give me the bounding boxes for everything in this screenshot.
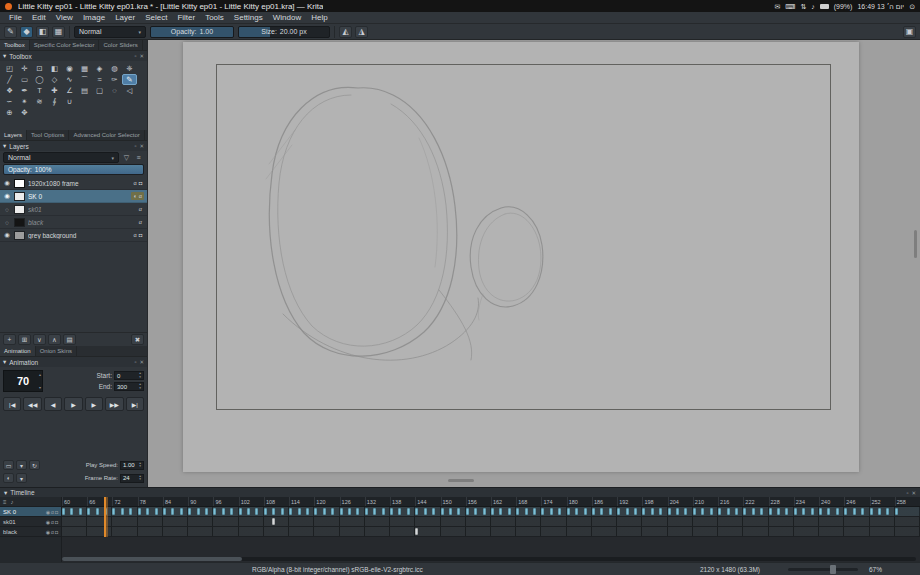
zoom-slider-handle[interactable] (830, 565, 836, 574)
ruler-label-204[interactable]: 204 (668, 497, 693, 506)
onion-dropdown-icon[interactable]: ▾ (16, 473, 27, 483)
keyframe-sk-0-226[interactable] (760, 508, 763, 515)
menu-filter[interactable]: Filter (172, 13, 200, 22)
assistants-tool[interactable]: ✚ (47, 85, 62, 96)
layer-list-options-icon[interactable]: ≡ (133, 152, 144, 163)
layer-blending-mode-dropdown[interactable]: Normal ▾ (3, 152, 119, 163)
collapse-icon[interactable]: ▾ (3, 142, 6, 150)
collapse-icon[interactable]: ▾ (3, 52, 6, 60)
layer-row-sk01[interactable]: ○sk01α (0, 203, 147, 216)
next-frame-button[interactable]: ▶ (85, 397, 103, 411)
menu-select[interactable]: Select (140, 13, 172, 22)
keyframe-sk-0-194[interactable] (626, 508, 629, 515)
spin-up-icon[interactable]: ▴ (39, 372, 41, 377)
layer-row-grey-background[interactable]: ◉grey backgroundα◘ (0, 229, 147, 242)
layer-visibility-icon[interactable]: ◉ (3, 192, 11, 200)
duplicate-layer-button[interactable]: ⊞ (18, 334, 31, 345)
menu-settings[interactable]: Settings (229, 13, 268, 22)
keyframe-sk-0-222[interactable] (743, 508, 746, 515)
frame-rate-spinbox[interactable]: 24 ▴▾ (120, 474, 144, 483)
keyframe-sk-0-200[interactable] (651, 508, 654, 515)
play-button[interactable]: ▶ (64, 397, 82, 411)
timeline-scrollbar-handle[interactable] (62, 557, 242, 561)
keyboard-indicator-icon[interactable]: ⌨ (785, 3, 795, 10)
menu-tools[interactable]: Tools (200, 13, 229, 22)
mirror-vertical-icon[interactable]: ◮ (355, 26, 368, 38)
keyframe-sk-0-182[interactable] (575, 508, 578, 515)
ruler-label-258[interactable]: 258 (895, 497, 920, 506)
close-docker-icon[interactable]: ✕ (139, 143, 144, 149)
timeline-track-sk-0[interactable] (62, 507, 920, 517)
layer-visibility-icon[interactable]: ○ (3, 219, 11, 226)
keyframe-sk-0-250[interactable] (861, 508, 864, 515)
keyframe-sk-0-156[interactable] (466, 508, 469, 515)
multibrush-tool[interactable]: ❖ (2, 85, 17, 96)
keyframe-sk-0-190[interactable] (609, 508, 612, 515)
keyframe-sk-0-248[interactable] (853, 508, 856, 515)
gradient-tool[interactable]: ◧ (47, 63, 62, 74)
layer-badge-icon[interactable]: α (139, 206, 142, 212)
timeline-alpha-icon[interactable]: α (51, 519, 54, 525)
keyframe-sk-0-92[interactable] (197, 508, 200, 515)
timeline-playhead[interactable] (104, 497, 106, 537)
keyframe-sk-0-146[interactable] (424, 508, 427, 515)
freehand-path-tool[interactable]: ≈ (92, 74, 107, 85)
menu-layer[interactable]: Layer (110, 13, 140, 22)
layer-visibility-icon[interactable]: ○ (3, 206, 11, 213)
ruler-label-252[interactable]: 252 (870, 497, 895, 506)
ruler-label-240[interactable]: 240 (819, 497, 844, 506)
move-layer-down-button[interactable]: ∨ (33, 334, 46, 345)
keyframe-sk-0-150[interactable] (441, 508, 444, 515)
ruler-label-144[interactable]: 144 (415, 497, 440, 506)
keyframe-sk-0-148[interactable] (432, 508, 435, 515)
keyframe-sk-0-180[interactable] (567, 508, 570, 515)
keyframe-sk-0-102[interactable] (239, 508, 242, 515)
tab-color-sliders[interactable]: Color Sliders (99, 40, 142, 50)
keyframe-sk-0-78[interactable] (138, 508, 141, 515)
keyframe-sk-0-120[interactable] (314, 508, 317, 515)
keyframe-sk-0-124[interactable] (331, 508, 334, 515)
keyframe-sk-0-82[interactable] (155, 508, 158, 515)
loop-icon[interactable]: ↻ (29, 460, 40, 470)
menu-view[interactable]: View (51, 13, 78, 22)
timeline-ruler[interactable]: 6066727884909610210811412012613213814415… (62, 497, 920, 507)
brush-size-slider[interactable]: Size: 20.00 px (238, 26, 330, 38)
layer-lock-icon[interactable]: ◘ (139, 232, 142, 238)
keyframe-sk-0-74[interactable] (121, 508, 124, 515)
layer-badge-icon[interactable]: α (139, 219, 142, 225)
keyframe-sk-0-252[interactable] (870, 508, 873, 515)
timeline-alpha-icon[interactable]: α (51, 529, 54, 535)
keyframe-sk-0-72[interactable] (112, 508, 115, 515)
keyframe-sk-0-130[interactable] (356, 508, 359, 515)
timeline-eye-icon[interactable]: ◉ (46, 519, 50, 525)
keyframe-sk-0-224[interactable] (752, 508, 755, 515)
previous-keyframe-button[interactable]: ◀◀ (23, 397, 41, 411)
keyframe-sk-0-220[interactable] (735, 508, 738, 515)
keyframe-sk-0-138[interactable] (390, 508, 393, 515)
keyframe-sk-0-204[interactable] (668, 508, 671, 515)
keyframe-sk-0-186[interactable] (592, 508, 595, 515)
layer-properties-button[interactable]: ▤ (63, 334, 76, 345)
keyframe-sk-0-136[interactable] (382, 508, 385, 515)
transform-tool[interactable]: ◰ (2, 63, 17, 74)
keyframe-sk-0-236[interactable] (802, 508, 805, 515)
ruler-label-174[interactable]: 174 (541, 497, 566, 506)
keyframe-sk-0-238[interactable] (811, 508, 814, 515)
audio-options-icon[interactable]: ♪ (11, 499, 14, 505)
keyframe-sk-0-208[interactable] (684, 508, 687, 515)
skip-to-start-button[interactable]: |◀ (3, 397, 21, 411)
ruler-label-192[interactable]: 192 (617, 497, 642, 506)
ruler-label-108[interactable]: 108 (264, 497, 289, 506)
keyframe-sk-0-178[interactable] (558, 508, 561, 515)
ruler-label-90[interactable]: 90 (188, 497, 213, 506)
keyframe-sk-0-112[interactable] (281, 508, 284, 515)
keyframe-sk-0-104[interactable] (247, 508, 250, 515)
timeline-layer-sk01[interactable]: sk01◉α◘ (0, 517, 61, 527)
keyframe-sk-0-240[interactable] (819, 508, 822, 515)
move-tool[interactable]: ✛ (17, 63, 32, 74)
keyframe-sk-0-80[interactable] (146, 508, 149, 515)
keyframe-sk-0-244[interactable] (836, 508, 839, 515)
keyframe-sk-0-106[interactable] (255, 508, 258, 515)
previous-frame-button[interactable]: ◀ (44, 397, 62, 411)
power-icon[interactable]: ⊙ (909, 3, 915, 10)
